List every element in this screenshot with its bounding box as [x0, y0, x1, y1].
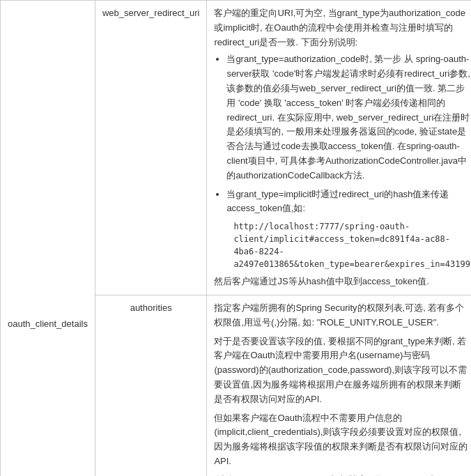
- desc-para-4: (请在spring-oauth-client项目中来测试不同grant_type…: [214, 473, 470, 476]
- list-item: 当grant_type=implicit时通过redirect_uri的hash…: [226, 187, 470, 271]
- code-block: http://localhost:7777/spring-oauth- clie…: [233, 220, 470, 270]
- field-label: authorities: [130, 302, 172, 313]
- desc-cell-authorities: 指定客户端所拥有的Spring Security的权限列表,可选, 若有多个权限…: [207, 295, 471, 476]
- desc-para-3: 但如果客户端在Oauth流程中不需要用户信息的(implicit,client_…: [214, 411, 470, 469]
- desc-footer-text: 然后客户端通过JS等从hash值中取到access_token值.: [214, 275, 470, 289]
- desc-para-2: 对于是否要设置该字段的值, 要根据不同的grant_type来判断, 若客户端在…: [214, 335, 470, 407]
- list-item: 当grant_type=authorization_code时, 第一步 从 s…: [226, 52, 470, 183]
- desc-cell-web-server-redirect-uri: 客户端的重定向URI,可为空, 当grant_type为authorizatio…: [207, 1, 471, 295]
- field-cell-web-server-redirect-uri: web_server_redirect_uri: [95, 1, 206, 295]
- field-label: web_server_redirect_uri: [102, 8, 199, 18]
- desc-para-1: 指定客户端所拥有的Spring Security的权限列表,可选, 若有多个权限…: [214, 301, 470, 330]
- field-cell-authorities: authorities: [95, 295, 206, 476]
- table-row: oauth_client_details web_server_redirect…: [1, 1, 472, 295]
- desc-text: 客户端的重定向URI,可为空, 当grant_type为authorizatio…: [214, 8, 465, 47]
- group-label: oauth_client_details: [8, 318, 88, 329]
- group-cell-oauth: oauth_client_details: [1, 1, 95, 477]
